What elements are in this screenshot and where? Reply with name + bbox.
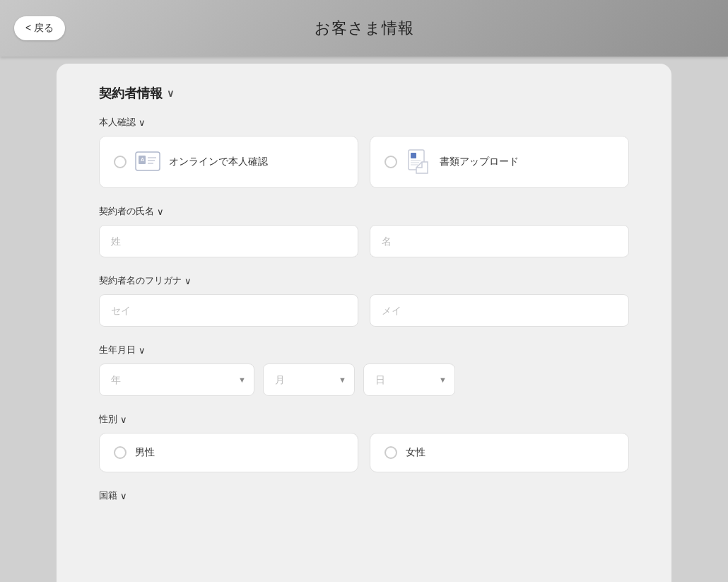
contractor-furigana-group: 契約者名のフリガナ ∨ <box>99 274 629 327</box>
back-label: < 戻る <box>25 22 54 35</box>
last-name-furigana-input[interactable] <box>99 294 358 327</box>
nationality-group: 国籍 ∨ <box>99 489 629 502</box>
online-verification-label: オンラインで本人確認 <box>169 156 268 168</box>
female-label: 女性 <box>406 446 425 459</box>
month-select[interactable]: 月 <box>263 363 355 396</box>
male-label: 男性 <box>135 446 155 459</box>
identity-verification-label: 本人確認 ∨ <box>99 116 629 129</box>
page-title: お客さま情報 <box>315 18 414 39</box>
nationality-label: 国籍 ∨ <box>99 489 629 502</box>
header: < 戻る お客さま情報 <box>0 0 728 57</box>
id-card-icon: A <box>135 149 160 175</box>
first-name-furigana-input[interactable] <box>370 294 629 327</box>
birthday-selects: 年 ▼ 月 ▼ 日 ▼ <box>99 363 629 396</box>
contractor-name-inputs <box>99 225 629 257</box>
year-select[interactable]: 年 <box>99 363 254 396</box>
svg-rect-8 <box>411 153 416 158</box>
contractor-furigana-label: 契約者名のフリガナ ∨ <box>99 274 629 287</box>
document-upload-card[interactable]: 書類アップロード <box>370 136 629 188</box>
female-radio[interactable] <box>384 446 397 459</box>
month-select-wrapper: 月 ▼ <box>263 363 355 396</box>
contractor-furigana-inputs <box>99 294 629 327</box>
contractor-name-group: 契約者の氏名 ∨ <box>99 205 629 257</box>
section-chevron: ∨ <box>167 88 174 99</box>
female-card[interactable]: 女性 <box>370 433 629 472</box>
document-upload-label: 書類アップロード <box>440 156 519 168</box>
svg-text:A: A <box>141 157 144 162</box>
gender-group: 性別 ∨ 男性 女性 <box>99 413 629 472</box>
male-radio[interactable] <box>114 446 127 459</box>
last-name-input[interactable] <box>99 225 358 257</box>
online-verification-card[interactable]: A オンラインで本人確認 <box>99 136 358 188</box>
identity-verification-options: A オンラインで本人確認 <box>99 136 629 188</box>
day-select-wrapper: 日 ▼ <box>363 363 455 396</box>
document-upload-icon <box>406 149 431 175</box>
identity-verification-group: 本人確認 ∨ A オンラインで本人確認 <box>99 116 629 188</box>
birthday-label: 生年月日 ∨ <box>99 344 629 356</box>
contractor-name-label: 契約者の氏名 ∨ <box>99 205 629 218</box>
back-button[interactable]: < 戻る <box>14 16 65 40</box>
gender-label: 性別 ∨ <box>99 413 629 426</box>
document-upload-radio[interactable] <box>384 156 397 168</box>
section-title: 契約者情報 ∨ <box>99 85 629 102</box>
year-select-wrapper: 年 ▼ <box>99 363 254 396</box>
gender-options: 男性 女性 <box>99 433 629 472</box>
birthday-group: 生年月日 ∨ 年 ▼ 月 ▼ 日 ▼ <box>99 344 629 396</box>
contractor-info-label: 契約者情報 <box>99 85 163 102</box>
day-select[interactable]: 日 <box>363 363 455 396</box>
main-content: 契約者情報 ∨ 本人確認 ∨ A <box>57 64 671 582</box>
first-name-input[interactable] <box>370 225 629 257</box>
male-card[interactable]: 男性 <box>99 433 358 472</box>
online-verification-radio[interactable] <box>114 156 127 168</box>
